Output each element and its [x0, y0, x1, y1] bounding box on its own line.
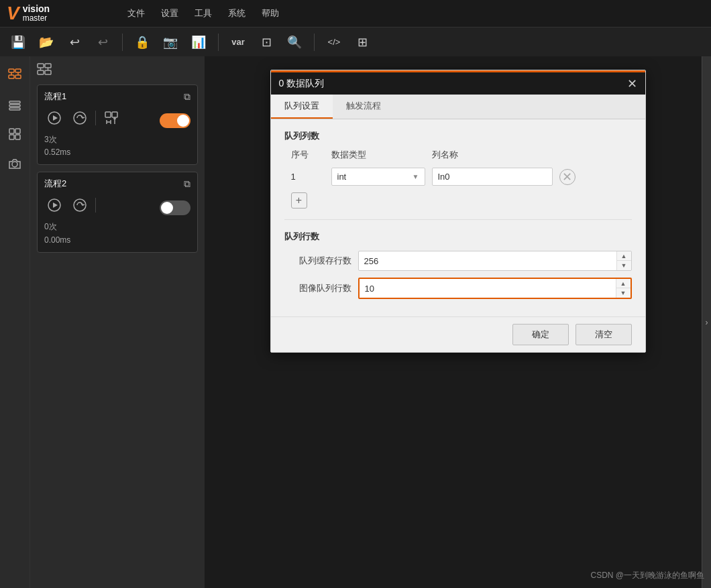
svg-point-13	[12, 162, 17, 167]
collapse-icon: ›	[706, 318, 708, 327]
row-1-seq: 1	[291, 172, 325, 182]
watermark-text: CSDN @一天到晚游泳的鱼啊鱼	[590, 571, 704, 580]
sidebar-icon-layers[interactable]	[3, 93, 27, 117]
flow-2-toggle-knob	[161, 202, 173, 214]
table-row: 1 int ▼ ✕	[284, 165, 632, 188]
svg-rect-15	[45, 64, 51, 68]
svg-rect-11	[9, 135, 14, 139]
toolbar-sep-1	[122, 34, 123, 51]
row-1-delete-btn[interactable]: ✕	[559, 169, 576, 185]
toolbar-sep-2	[218, 34, 219, 51]
add-row-icon: +	[296, 194, 302, 207]
image-spin-up[interactable]: ▲	[616, 279, 631, 288]
buffer-spin-up[interactable]: ▲	[617, 251, 631, 261]
svg-rect-9	[9, 129, 14, 133]
flow-1-play-btn[interactable]	[44, 108, 64, 128]
menu-item-tools[interactable]: 工具	[195, 7, 212, 19]
sidebar-icon-flow[interactable]	[3, 63, 27, 87]
flow-2-refresh-btn[interactable]	[70, 195, 90, 215]
image-value-input[interactable]	[360, 280, 616, 297]
row-1-name-input[interactable]	[432, 168, 553, 186]
svg-rect-19	[45, 70, 51, 74]
menu-item-file[interactable]: 文件	[127, 7, 145, 19]
menu-item-settings[interactable]: 设置	[161, 7, 178, 19]
top-bar: V vision master 文件 设置 工具 系统 帮助	[0, 0, 711, 27]
flow-card-1: 流程1 ⧉	[37, 84, 198, 165]
image-rows-row: 图像队列行数 ▲ ▼	[284, 278, 632, 299]
svg-rect-23	[105, 112, 111, 117]
dialog-close-btn[interactable]: ✕	[627, 78, 637, 90]
tab-queue-settings[interactable]: 队列设置	[271, 95, 333, 119]
buffer-value-input[interactable]	[359, 253, 616, 270]
flow-2-time: 0.00ms	[44, 234, 190, 247]
toolbar: 💾 📂 ↩ ↩ 🔒 📷 📊 var ⊡ 🔍 </> ⊞	[0, 27, 711, 56]
flow-2-play-btn[interactable]	[44, 195, 64, 215]
flow-1-toggle[interactable]	[160, 113, 190, 128]
toolbar-lock[interactable]: 🔒	[131, 31, 154, 54]
flow-card-2-title: 流程2 ⧉	[44, 178, 190, 190]
dialog-tabs: 队列设置 触发流程	[271, 95, 645, 119]
flow-1-refresh-btn[interactable]	[70, 108, 90, 128]
svg-rect-24	[112, 112, 117, 117]
logo-v-icon: V	[7, 3, 19, 24]
flow-1-settings-btn[interactable]	[101, 108, 121, 128]
flow-header-icon	[37, 63, 52, 75]
section-columns-title: 队列列数	[284, 130, 632, 142]
toolbar-search[interactable]: 🔍	[283, 31, 306, 54]
toolbar-var[interactable]: var	[227, 31, 250, 54]
right-panel-handle[interactable]: ›	[702, 56, 711, 588]
sidebar-icon-grid[interactable]	[3, 122, 27, 146]
toolbar-camera[interactable]: 📷	[159, 31, 182, 54]
flow-2-name: 流程2	[44, 178, 66, 190]
row-1-type-dropdown[interactable]: int ▼	[331, 168, 425, 186]
logo: V vision master	[7, 0, 87, 27]
table-columns-header: 序号 数据类型 列名称	[284, 149, 632, 161]
toolbar-redo[interactable]: ↩	[91, 31, 114, 54]
flow-2-controls	[44, 195, 96, 215]
svg-rect-10	[15, 129, 20, 133]
col-header-name: 列名称	[432, 149, 553, 161]
svg-rect-4	[9, 75, 14, 78]
toolbar-chart[interactable]: 📊	[187, 31, 210, 54]
buffer-input-wrap: ▲ ▼	[358, 251, 632, 271]
row-1-type-value: int	[337, 172, 347, 182]
confirm-button[interactable]: 确定	[512, 324, 569, 345]
dialog-title: 0 数据队列	[279, 78, 325, 90]
flow-2-sep	[95, 198, 96, 213]
modal-overlay: 0 数据队列 ✕ 队列设置 触发流程 队列列数 序号 数据类型 列名	[205, 56, 711, 588]
menu-item-system[interactable]: 系统	[228, 7, 245, 19]
menu-item-help[interactable]: 帮助	[262, 7, 279, 19]
svg-rect-8	[9, 108, 20, 110]
add-row-btn[interactable]: +	[291, 192, 307, 209]
flow-1-copy-icon[interactable]: ⧉	[184, 91, 190, 103]
flow-1-count: 3次	[44, 133, 190, 146]
toolbar-sep-3	[314, 34, 315, 51]
flow-card-1-title: 流程1 ⧉	[44, 91, 190, 103]
toolbar-open[interactable]: 📂	[35, 31, 58, 54]
menu-bar: 文件 设置 工具 系统 帮助	[127, 7, 279, 19]
flow-panel: 流程1 ⧉	[30, 56, 205, 588]
sidebar-icon-camera[interactable]	[3, 152, 27, 176]
buffer-spin-down[interactable]: ▼	[617, 261, 631, 270]
image-label: 图像队列行数	[284, 282, 351, 294]
toolbar-code[interactable]: </>	[323, 31, 345, 54]
tab-trigger-flow[interactable]: 触发流程	[333, 95, 394, 119]
image-spin-down[interactable]: ▼	[616, 288, 631, 298]
toolbar-save[interactable]: 💾	[7, 31, 30, 54]
dialog-body: 队列列数 序号 数据类型 列名称 1 int ▼	[271, 119, 645, 316]
row-1-name-cell	[432, 168, 553, 186]
section-rows-title: 队列行数	[284, 231, 632, 243]
main-layout: 流程1 ⧉	[0, 56, 711, 588]
flow-2-copy-icon[interactable]: ⧉	[184, 178, 190, 190]
buffer-spin: ▲ ▼	[616, 251, 631, 270]
svg-rect-1	[15, 69, 21, 72]
flow-1-time: 0.52ms	[44, 146, 190, 159]
flow-2-toggle[interactable]	[160, 200, 190, 215]
toolbar-undo[interactable]: ↩	[63, 31, 86, 54]
toolbar-grid[interactable]: ⊞	[351, 31, 374, 54]
buffer-rows-row: 队列缓存行数 ▲ ▼	[284, 251, 632, 271]
clear-button[interactable]: 清空	[576, 324, 632, 345]
row-1-delete-cell: ✕	[559, 169, 580, 185]
toolbar-resize[interactable]: ⊡	[255, 31, 278, 54]
svg-rect-5	[15, 75, 21, 78]
